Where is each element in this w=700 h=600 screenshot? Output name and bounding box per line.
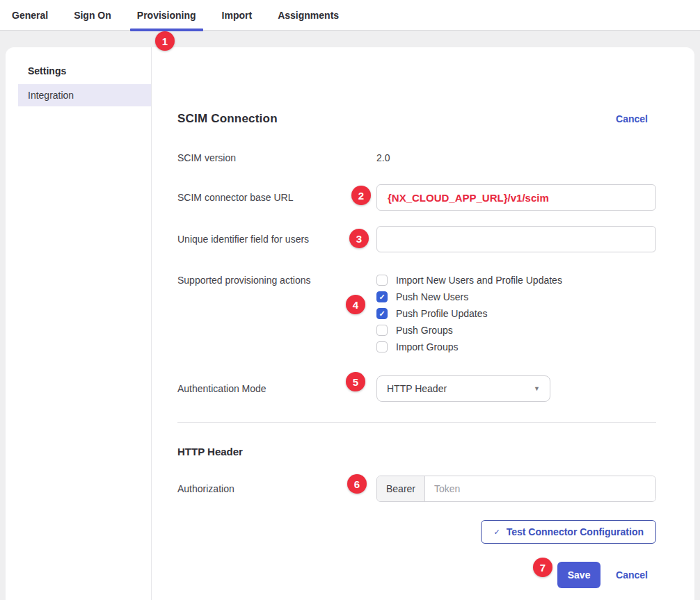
step-badge-5: 5 <box>346 372 365 391</box>
tab-sign-on[interactable]: Sign On <box>67 0 118 31</box>
unique-id-label: Unique identifier field for users <box>177 234 376 245</box>
step-badge-4: 4 <box>346 295 365 314</box>
checkmark-icon: ✓ <box>493 528 500 537</box>
auth-mode-selected-value: HTTP Header <box>387 383 447 394</box>
base-url-label: SCIM connector base URL <box>177 192 376 203</box>
tab-assignments[interactable]: Assignments <box>271 0 346 31</box>
http-header-section-title: HTTP Header <box>177 446 656 457</box>
auth-mode-select[interactable]: HTTP Header ▼ <box>376 375 550 402</box>
tab-general[interactable]: General <box>5 0 55 31</box>
save-button[interactable]: Save <box>557 562 600 588</box>
step-badge-1: 1 <box>155 31 175 51</box>
page-title: SCIM Connection <box>177 112 278 126</box>
scim-version-label: SCIM version <box>177 152 376 163</box>
scim-version-value: 2.0 <box>376 152 656 163</box>
tab-import[interactable]: Import <box>215 0 260 31</box>
scim-connection-panel: SCIM Connection Cancel SCIM version 2.0 … <box>152 47 694 600</box>
checkbox-row-push-new-users: ✓ Push New Users <box>376 289 656 305</box>
checkmark-icon: ✓ <box>379 310 385 318</box>
step-badge-3: 3 <box>349 229 369 248</box>
cancel-link-bottom[interactable]: Cancel <box>616 569 648 581</box>
step-badge-2: 2 <box>351 186 371 205</box>
app-tab-bar: General Sign On Provisioning Import Assi… <box>0 0 700 31</box>
section-divider <box>177 422 656 423</box>
token-input[interactable] <box>425 476 655 501</box>
checkbox-row-push-profile-updates: ✓ Push Profile Updates <box>376 305 656 322</box>
checkbox-import-groups[interactable]: ✓ <box>376 341 388 352</box>
checkbox-push-profile-updates[interactable]: ✓ <box>376 308 388 319</box>
checkbox-row-import-groups: ✓ Import Groups <box>376 339 656 355</box>
sidebar-item-integration[interactable]: Integration <box>18 84 151 106</box>
chevron-down-icon: ▼ <box>534 385 540 392</box>
unique-id-row: Unique identifier field for users <box>177 226 656 252</box>
checkbox-row-push-groups: ✓ Push Groups <box>376 322 656 339</box>
test-connector-configuration-button[interactable]: ✓ Test Connector Configuration <box>481 520 656 544</box>
test-connector-configuration-label: Test Connector Configuration <box>507 526 644 537</box>
provisioning-actions-label: Supported provisioning actions <box>177 272 376 289</box>
checkbox-label: Push New Users <box>396 291 468 302</box>
checkbox-push-groups[interactable]: ✓ <box>376 325 388 336</box>
scim-version-row: SCIM version 2.0 <box>177 152 656 163</box>
checkbox-row-import-users: ✓ Import New Users and Profile Updates <box>376 272 656 289</box>
provisioning-actions-row: Supported provisioning actions ✓ Import … <box>177 272 656 355</box>
checkbox-import-users[interactable]: ✓ <box>376 275 388 286</box>
cancel-link-top[interactable]: Cancel <box>616 113 648 124</box>
checkmark-icon: ✓ <box>379 293 385 301</box>
base-url-row: SCIM connector base URL <box>177 184 656 211</box>
provisioning-card: Settings Integration SCIM Connection Can… <box>6 47 694 600</box>
unique-id-input[interactable] <box>376 226 656 252</box>
checkbox-label: Import Groups <box>396 341 458 352</box>
settings-sidebar: Settings Integration <box>6 47 152 600</box>
checkbox-label: Push Profile Updates <box>396 308 488 319</box>
bearer-prefix: Bearer <box>377 476 425 501</box>
authorization-row: Authorization Bearer <box>177 476 656 502</box>
checkbox-push-new-users[interactable]: ✓ <box>376 291 388 302</box>
auth-mode-row: Authentication Mode HTTP Header ▼ <box>177 375 656 402</box>
sidebar-heading: Settings <box>6 65 151 76</box>
checkbox-label: Push Groups <box>396 325 453 336</box>
checkbox-label: Import New Users and Profile Updates <box>396 275 562 286</box>
step-badge-6: 6 <box>347 474 367 494</box>
authorization-input-group: Bearer <box>376 476 656 502</box>
tab-provisioning[interactable]: Provisioning <box>130 0 203 31</box>
step-badge-7: 7 <box>533 558 552 577</box>
base-url-input[interactable] <box>376 184 656 211</box>
